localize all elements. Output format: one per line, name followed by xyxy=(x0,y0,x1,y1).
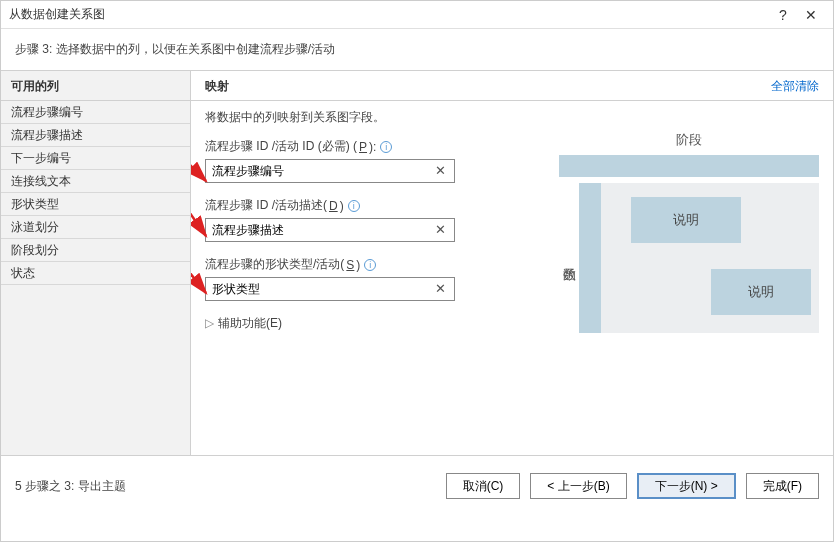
prev-button[interactable]: < 上一步(B) xyxy=(530,473,626,499)
mapping-panel: 映射 全部清除 将数据中的列映射到关系图字段。 流程步骤 ID /活动 ID (… xyxy=(191,71,833,455)
field2-label: 流程步骤 ID /活动描述(D)i xyxy=(205,197,467,214)
swimlane-strip xyxy=(579,183,601,333)
info-icon[interactable]: i xyxy=(380,141,392,153)
main-content: 可用的列 流程步骤编号 流程步骤描述 下一步编号 连接线文本 形状类型 泳道划分… xyxy=(1,70,833,456)
field1-label: 流程步骤 ID /活动 ID (必需) (P):i xyxy=(205,138,467,155)
available-columns-panel: 可用的列 流程步骤编号 流程步骤描述 下一步编号 连接线文本 形状类型 泳道划分… xyxy=(1,71,191,455)
clear-icon[interactable]: ✕ xyxy=(435,281,446,296)
phase-label: 阶段 xyxy=(559,131,819,149)
step-subtitle: 步骤 3: 选择数据中的列，以便在关系图中创建流程步骤/活动 xyxy=(1,29,833,70)
field2-input[interactable] xyxy=(205,218,455,242)
column-item[interactable]: 流程步骤编号 xyxy=(1,101,190,124)
column-item[interactable]: 下一步编号 xyxy=(1,147,190,170)
next-button[interactable]: 下一步(N) > xyxy=(637,473,736,499)
field2-combo[interactable]: ✕ xyxy=(205,218,467,242)
close-icon[interactable]: ✕ xyxy=(797,7,825,23)
footer: 5 步骤之 3: 导出主题 取消(C) < 上一步(B) 下一步(N) > 完成… xyxy=(1,456,833,516)
column-item[interactable]: 形状类型 xyxy=(1,193,190,216)
available-columns-header: 可用的列 xyxy=(1,71,190,101)
preview-diagram: 阶段 函数 说明 说明 xyxy=(559,131,819,333)
info-icon[interactable]: i xyxy=(348,200,360,212)
preview-node: 说明 xyxy=(631,197,741,243)
chevron-right-icon: ▷ xyxy=(205,316,214,330)
clear-icon[interactable]: ✕ xyxy=(435,163,446,178)
mapping-header: 映射 xyxy=(205,71,771,100)
mapping-description: 将数据中的列映射到关系图字段。 xyxy=(205,109,467,126)
step-indicator: 5 步骤之 3: 导出主题 xyxy=(15,478,436,495)
cancel-button[interactable]: 取消(C) xyxy=(446,473,521,499)
finish-button[interactable]: 完成(F) xyxy=(746,473,819,499)
column-item[interactable]: 阶段划分 xyxy=(1,239,190,262)
field1-combo[interactable]: ✕ xyxy=(205,159,467,183)
titlebar: 从数据创建关系图 ? ✕ xyxy=(1,1,833,29)
column-item[interactable]: 连接线文本 xyxy=(1,170,190,193)
clear-icon[interactable]: ✕ xyxy=(435,222,446,237)
column-item[interactable]: 泳道划分 xyxy=(1,216,190,239)
field3-label: 流程步骤的形状类型/活动(S)i xyxy=(205,256,467,273)
field1-input[interactable] xyxy=(205,159,455,183)
field3-input[interactable] xyxy=(205,277,455,301)
field3-combo[interactable]: ✕ xyxy=(205,277,467,301)
swimlane-body: 说明 说明 xyxy=(601,183,819,333)
column-item[interactable]: 流程步骤描述 xyxy=(1,124,190,147)
help-icon[interactable]: ? xyxy=(769,7,797,23)
preview-node: 说明 xyxy=(711,269,811,315)
info-icon[interactable]: i xyxy=(364,259,376,271)
window-title: 从数据创建关系图 xyxy=(9,6,769,23)
aux-expander[interactable]: ▷辅助功能(E) xyxy=(205,315,467,332)
column-item[interactable]: 状态 xyxy=(1,262,190,285)
phase-box xyxy=(559,155,819,177)
clear-all-link[interactable]: 全部清除 xyxy=(771,71,819,100)
